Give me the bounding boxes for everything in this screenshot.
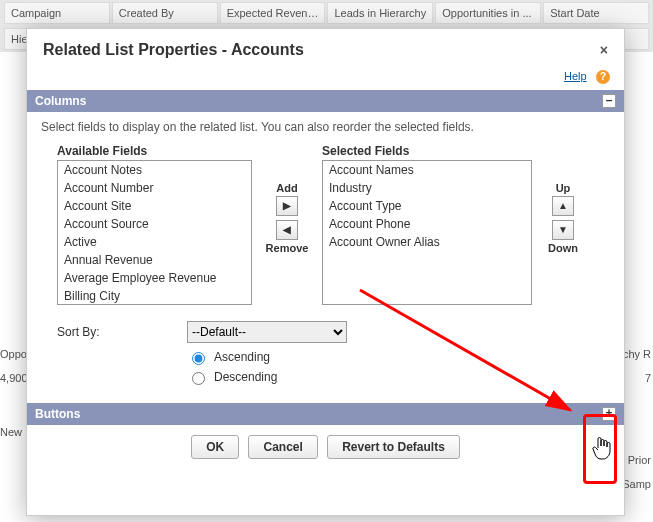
close-icon[interactable]: × <box>600 42 608 58</box>
bg-text: Oppor <box>0 348 26 360</box>
list-item[interactable]: Account Names <box>323 161 531 179</box>
columns-section-title: Columns <box>35 94 602 108</box>
ascending-radio[interactable] <box>192 352 205 365</box>
remove-label: Remove <box>266 242 309 254</box>
bg-left-strip: Oppor 4,900 New <box>0 336 26 450</box>
bg-text: 4,900 <box>0 372 26 384</box>
descending-label: Descending <box>214 370 277 384</box>
arrow-left-icon: ◀ <box>283 224 291 235</box>
list-item[interactable]: Account Site <box>58 197 251 215</box>
add-label: Add <box>276 182 297 194</box>
sort-by-label: Sort By: <box>57 325 187 339</box>
list-item[interactable]: Account Number <box>58 179 251 197</box>
columns-section-desc: Select fields to display on the related … <box>27 112 624 144</box>
bg-text: New <box>0 426 26 438</box>
bg-header-row-1: Campaign Created By Expected Revenue Lea… <box>0 0 653 26</box>
arrow-up-icon: ▲ <box>558 200 568 211</box>
revert-to-defaults-button[interactable]: Revert to Defaults <box>327 435 460 459</box>
ascending-label: Ascending <box>214 350 270 364</box>
list-item[interactable]: Account Source <box>58 215 251 233</box>
dialog-title: Related List Properties - Accounts <box>43 41 600 59</box>
selected-fields-label: Selected Fields <box>322 144 532 158</box>
bg-cell: Leads in Hierarchy <box>327 2 433 24</box>
expand-buttons-button[interactable]: + <box>602 407 616 421</box>
selected-fields-listbox[interactable]: Account Names Industry Account Type Acco… <box>322 160 532 305</box>
arrow-right-icon: ▶ <box>283 200 291 211</box>
help-icon[interactable]: ? <box>596 70 610 84</box>
bg-cell: Expected Revenue <box>220 2 326 24</box>
sort-by-select[interactable]: --Default-- <box>187 321 347 343</box>
descending-radio[interactable] <box>192 372 205 385</box>
bg-cell: Opportunities in ... <box>435 2 541 24</box>
bg-cell: Start Date <box>543 2 649 24</box>
list-item[interactable]: Account Owner Alias <box>323 233 531 251</box>
list-item[interactable]: Average Employee Revenue <box>58 269 251 287</box>
list-item[interactable]: Account Notes <box>58 161 251 179</box>
help-link[interactable]: Help <box>564 70 587 82</box>
available-fields-listbox[interactable]: Account Notes Account Number Account Sit… <box>57 160 252 305</box>
down-label: Down <box>548 242 578 254</box>
arrow-down-icon: ▼ <box>558 224 568 235</box>
bg-cell: Created By <box>112 2 218 24</box>
list-item[interactable]: Account Phone <box>323 215 531 233</box>
up-label: Up <box>556 182 571 194</box>
buttons-section-header: Buttons + <box>27 403 624 425</box>
buttons-section-title: Buttons <box>35 407 602 421</box>
move-down-button[interactable]: ▼ <box>552 220 574 240</box>
list-item[interactable]: Industry <box>323 179 531 197</box>
list-item[interactable]: Account Type <box>323 197 531 215</box>
columns-section-header: Columns – <box>27 90 624 112</box>
collapse-columns-button[interactable]: – <box>602 94 616 108</box>
bg-cell: Campaign <box>4 2 110 24</box>
add-button[interactable]: ▶ <box>276 196 298 216</box>
list-item[interactable]: Annual Revenue <box>58 251 251 269</box>
ok-button[interactable]: OK <box>191 435 239 459</box>
remove-button[interactable]: ◀ <box>276 220 298 240</box>
available-fields-label: Available Fields <box>57 144 252 158</box>
related-list-properties-dialog: Related List Properties - Accounts × Hel… <box>26 28 625 516</box>
move-up-button[interactable]: ▲ <box>552 196 574 216</box>
list-item[interactable]: Active <box>58 233 251 251</box>
cancel-button[interactable]: Cancel <box>248 435 317 459</box>
list-item[interactable]: Billing City <box>58 287 251 305</box>
